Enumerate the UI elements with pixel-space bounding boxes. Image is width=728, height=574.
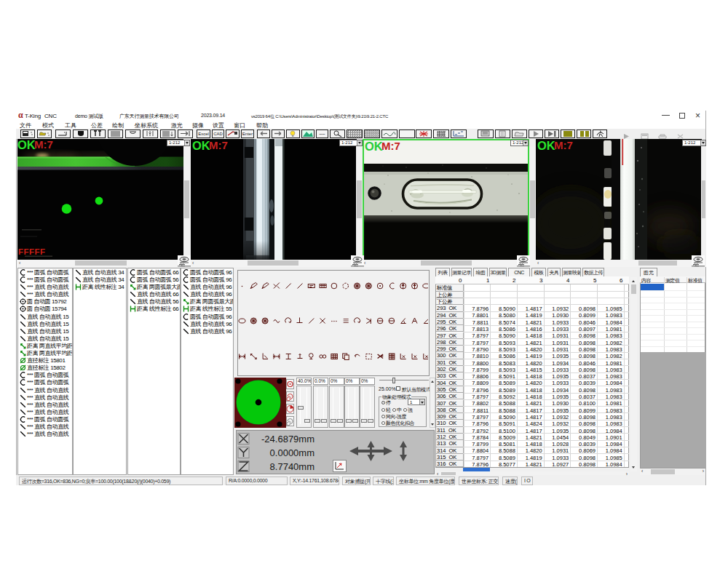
svg-text:OK: OK [365,140,383,153]
svg-text:M:7: M:7 [381,140,400,152]
svg-text:FFFFF: FFFFF [18,247,46,256]
svg-text:OK: OK [192,139,210,152]
svg-text:M:7: M:7 [554,139,573,151]
svg-text:OK: OK [537,139,555,152]
svg-text:OK: OK [17,139,36,151]
svg-text:M:7: M:7 [209,139,228,151]
svg-text:M:7: M:7 [34,139,53,151]
